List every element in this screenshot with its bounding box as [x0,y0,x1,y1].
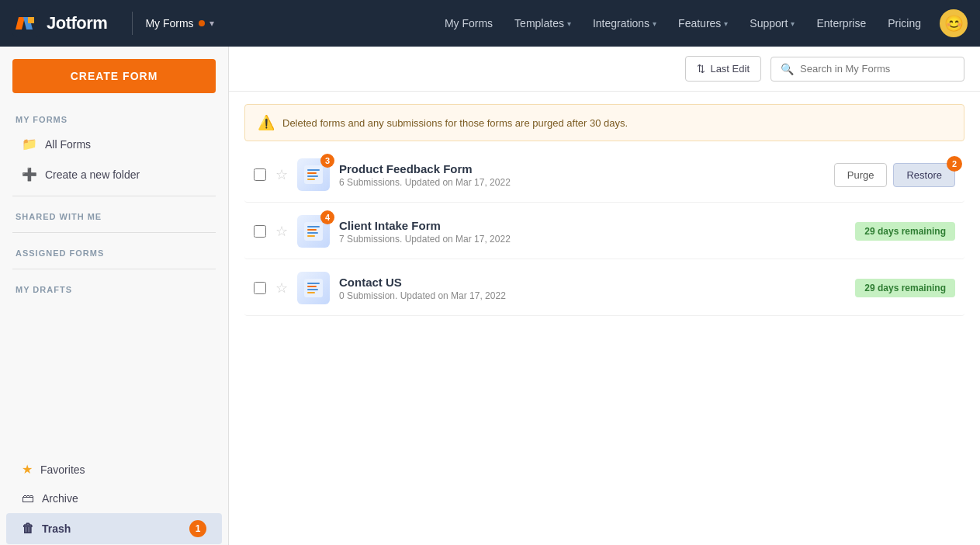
form-icon-wrap-2: 4 [297,215,330,248]
user-avatar[interactable]: 😊 [940,9,968,37]
navbar-workspace[interactable]: My Forms ▾ [145,17,213,30]
form-icon-wrap-1: 3 [297,158,330,191]
days-remaining-badge-2: 29 days remaining [855,222,955,241]
archive-icon: 🗃 [22,491,34,505]
svg-rect-17 [307,289,318,290]
folder-icon: 📁 [22,137,37,151]
shared-with-me-section-label: SHARED WITH ME [0,203,228,226]
form-actions-3: 29 days remaining [855,279,955,297]
nav-item-templates[interactable]: Templates ▾ [505,11,580,36]
sidebar-item-trash[interactable]: 🗑 Trash 1 [6,513,222,544]
workspace-chevron-icon: ▾ [210,18,214,29]
svg-rect-14 [304,279,323,297]
svg-rect-16 [307,286,317,287]
svg-rect-5 [307,169,320,171]
form-checkbox-2[interactable] [254,225,266,238]
all-forms-label: All Forms [45,138,206,151]
svg-rect-8 [307,179,315,180]
jotform-logo-icon [12,9,40,37]
svg-rect-12 [307,232,318,234]
form-checkbox-3[interactable] [254,282,266,294]
nav-item-integrations[interactable]: Integrations ▾ [583,11,666,36]
restore-button-1[interactable]: Restore 2 [893,163,955,187]
restore-badge-1: 2 [947,156,962,172]
form-info-2: Client Intake Form 7 Submissions. Update… [339,219,846,245]
form-title-1: Product Feedback Form [339,162,825,175]
navbar-nav: My Forms Templates ▾ Integrations ▾ Feat… [435,9,968,37]
trash-badge: 1 [189,520,206,537]
assigned-forms-section-label: ASSIGNED FORMS [0,239,228,262]
nav-item-pricing[interactable]: Pricing [878,11,930,36]
form-row: ☆ Contact US 0 Submission. Upd [244,261,964,316]
my-drafts-section-label: MY DRAFTS [0,276,228,299]
form-star-2[interactable]: ☆ [275,223,288,240]
form-title-3: Contact US [339,276,846,289]
form-actions-2: 29 days remaining [855,222,955,241]
search-input[interactable] [800,63,954,75]
brand[interactable]: Jotform [12,9,107,37]
form-icon-svg-3 [303,277,324,299]
layout: CREATE FORM MY FORMS 📁 All Forms ➕ Creat… [0,47,980,545]
sidebar-item-create-folder[interactable]: ➕ Create a new folder [6,160,222,189]
search-icon: 🔍 [781,63,794,75]
form-icon-svg-1 [303,164,324,186]
form-row: ☆ 3 Product Feedback Form [244,148,964,203]
brand-name: Jotform [47,13,107,33]
svg-rect-18 [307,292,315,293]
nav-item-support[interactable]: Support ▾ [740,11,804,36]
favorites-label: Favorites [40,463,206,476]
notice-text: Deleted forms and any submissions for th… [282,117,628,129]
features-chevron-icon: ▾ [724,19,728,28]
form-info-3: Contact US 0 Submission. Updated on Mar … [339,276,846,301]
warning-icon: ⚠️ [258,114,275,131]
form-badge-2: 4 [320,210,334,224]
form-row: ☆ 4 Client Intake Form [244,204,964,259]
form-title-2: Client Intake Form [339,219,846,232]
notice-banner: ⚠️ Deleted forms and any submissions for… [244,104,964,141]
sort-button[interactable]: ⇅ Last Edit [685,56,761,82]
form-meta-1: 6 Submissions. Updated on Mar 17, 2022 [339,177,825,188]
svg-rect-11 [307,229,317,231]
nav-item-myforms[interactable]: My Forms [435,11,502,36]
add-folder-icon: ➕ [22,167,37,182]
days-remaining-badge-3: 29 days remaining [855,279,955,297]
purge-button-1[interactable]: Purge [834,163,888,187]
sidebar-divider-1 [12,196,216,196]
create-form-button[interactable]: CREATE FORM [12,59,216,93]
archive-label: Archive [42,492,206,505]
workspace-notification-badge [199,20,205,26]
svg-rect-7 [307,175,318,177]
form-star-3[interactable]: ☆ [275,279,288,297]
svg-rect-13 [307,235,315,237]
svg-rect-10 [307,226,320,227]
nav-item-enterprise[interactable]: Enterprise [807,11,875,36]
nav-item-features[interactable]: Features ▾ [669,11,737,36]
form-star-1[interactable]: ☆ [275,166,288,183]
svg-rect-4 [304,165,323,184]
form-checkbox-1[interactable] [254,168,266,181]
sidebar-item-favorites[interactable]: ★ Favorites [6,455,222,484]
my-forms-section-label: MY FORMS [0,106,228,129]
support-chevron-icon: ▾ [791,19,795,28]
form-icon-svg-2 [303,220,324,242]
star-icon: ★ [22,462,33,477]
main-toolbar: ⇅ Last Edit 🔍 [229,47,980,92]
trash-icon: 🗑 [22,522,34,536]
templates-chevron-icon: ▾ [567,19,571,28]
form-meta-3: 0 Submission. Updated on Mar 17, 2022 [339,290,846,301]
sidebar-divider-2 [12,232,216,233]
form-icon-3 [297,272,330,304]
navbar: Jotform My Forms ▾ My Forms Templates ▾ … [0,0,980,47]
form-badge-1: 3 [320,154,334,168]
sidebar-item-all-forms[interactable]: 📁 All Forms [6,130,222,158]
sidebar-divider-3 [12,269,216,269]
workspace-label: My Forms [145,17,193,30]
trash-label: Trash [42,522,182,535]
sort-label: Last Edit [710,63,750,75]
sidebar: CREATE FORM MY FORMS 📁 All Forms ➕ Creat… [0,47,229,545]
sidebar-item-archive[interactable]: 🗃 Archive [6,484,222,512]
form-meta-2: 7 Submissions. Updated on Mar 17, 2022 [339,234,846,245]
svg-marker-3 [28,17,34,23]
search-box[interactable]: 🔍 [770,57,964,82]
forms-list: ☆ 3 Product Feedback Form [229,148,980,545]
